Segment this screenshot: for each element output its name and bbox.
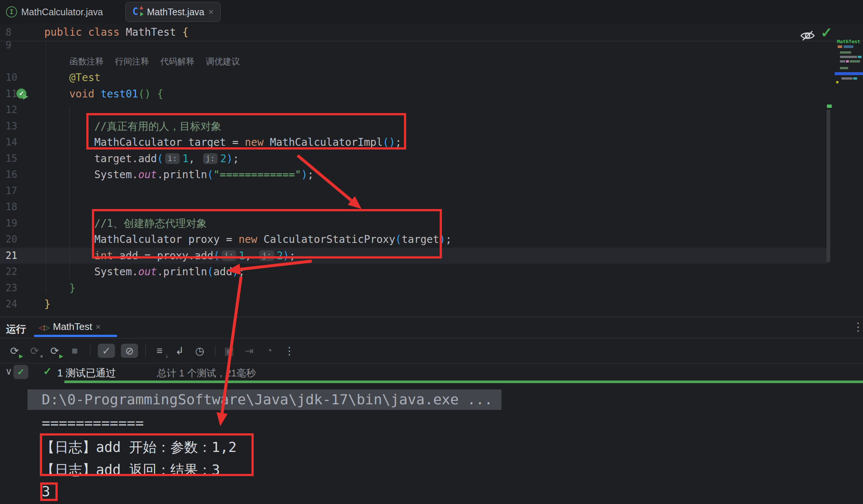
minimap-code-bar <box>844 45 853 48</box>
toolbar-separator <box>145 345 146 356</box>
minimap-code-bar <box>846 60 849 62</box>
console-separator-line: ============ <box>42 414 144 432</box>
run-panel-title: 运行 <box>6 322 26 336</box>
code-line-11[interactable]: 11void test01() { <box>0 86 863 102</box>
show-ignored-toggle[interactable]: ⊘ <box>121 344 138 358</box>
rerun-tests-button[interactable]: ⟳▶ <box>5 343 24 359</box>
chevron-down-icon[interactable]: ∨ <box>5 366 12 377</box>
tab-mathtest-java[interactable]: C MathTest.java × <box>125 2 221 22</box>
line-number: 15 <box>6 151 32 167</box>
minimap-code-bar <box>853 77 857 80</box>
code-line-22[interactable]: 22System.out.println(add); <box>0 264 863 280</box>
scrollbar-change-marker <box>827 105 832 108</box>
editor-scrollbar[interactable] <box>827 109 830 263</box>
stop-button[interactable]: ■ <box>65 343 84 359</box>
export-test-results-button[interactable]: ⇥ <box>240 343 259 359</box>
code-line-18[interactable]: 18 <box>0 199 863 215</box>
sort-by-duration-button[interactable]: ≡↓ <box>150 343 169 359</box>
line-number: 18 <box>6 199 32 215</box>
code-line-13[interactable]: 13//真正有用的人，目标对象 <box>0 118 863 135</box>
minimap-code-bar <box>850 60 860 62</box>
code-editor[interactable]: 9函数注释行间注释代码解释调优建议10@Test11void test01() … <box>0 37 863 312</box>
parameter-hint-chip: i: <box>222 250 236 261</box>
console-log-return-line: 【日志】add 返回：结果：3 <box>41 460 220 480</box>
code-line-10[interactable]: 10@Test <box>0 70 863 86</box>
line-number: 10 <box>6 70 32 86</box>
minimap-code-bar <box>840 60 845 62</box>
tests-summary-label: 总计 1 个测试，21毫秒 <box>157 367 256 380</box>
run-tab-mathtest[interactable]: ◁▷ MathTest × <box>39 321 101 333</box>
inlay-hint-row[interactable]: 函数注释行间注释代码解释调优建议 <box>0 54 863 70</box>
test-root-check-icon[interactable]: ✓ <box>13 365 28 379</box>
rerun-failed-tests-button[interactable]: ⟳● <box>25 343 44 359</box>
code-text: void test01() { <box>69 86 163 102</box>
code-text: } <box>44 296 51 312</box>
tab-label: MathTest.java <box>147 7 204 17</box>
test-status-row: ∨ ✓ ✓ 1 测试已通过 总计 1 个测试，21毫秒 <box>0 363 863 381</box>
code-text: MathCalculator proxy = new CalculatorSta… <box>94 231 452 248</box>
test-class-icon: C <box>132 7 143 17</box>
minimap-code-bar <box>840 67 848 69</box>
minimap-code-bar <box>840 51 851 54</box>
line-number: 19 <box>6 215 32 232</box>
code-line-23[interactable]: 23} <box>0 280 863 296</box>
console-result-line: 3 <box>42 482 50 501</box>
close-icon[interactable]: × <box>208 7 214 16</box>
test-history-button[interactable]: ◷ <box>190 343 209 359</box>
icon-badge: ▶ <box>59 353 63 359</box>
close-icon[interactable]: × <box>96 322 101 331</box>
ide-window: I MathCalculator.java C MathTest.java × … <box>0 0 863 504</box>
parameter-hint-chip: i: <box>165 153 180 164</box>
toolbar-separator <box>215 345 215 356</box>
toggle-auto-test-button[interactable]: ⟳▶ <box>45 343 64 359</box>
minimap-code-bar <box>836 81 838 83</box>
code-line-24[interactable]: 24} <box>0 296 863 312</box>
line-number: 12 <box>6 102 32 118</box>
icon-badge: ● <box>40 353 43 359</box>
line-number: 24 <box>6 296 32 312</box>
tests-passed-label: 1 测试已通过 <box>57 366 116 380</box>
more-options-icon[interactable]: ⋮ <box>853 320 863 333</box>
ai-inlay-hints[interactable]: 函数注释行间注释代码解释调优建议 <box>70 54 251 70</box>
toolbar-separator <box>90 345 90 356</box>
code-text: public class MathTest { <box>44 24 189 41</box>
code-line-19[interactable]: 19//1、创建静态代理对象 <box>0 215 863 232</box>
line-number: 20 <box>6 231 32 248</box>
code-text: System.out.println(add); <box>94 264 245 280</box>
code-text: //真正有用的人，目标对象 <box>94 118 221 135</box>
code-text: System.out.println("============"); <box>94 167 314 183</box>
reader-mode-eye-icon[interactable] <box>800 29 815 44</box>
more-options-button[interactable]: ⋮ <box>280 343 299 359</box>
interface-icon: I <box>6 6 17 17</box>
test-progress-bar <box>64 381 863 383</box>
line-number: 21 <box>6 248 32 264</box>
minimap-code-bar <box>858 56 862 58</box>
test-passed-run-icon[interactable]: ✓ <box>16 89 26 99</box>
no-problems-check-icon[interactable]: ✓ <box>821 25 832 41</box>
code-line-20[interactable]: 20MathCalculator proxy = new CalculatorS… <box>0 231 863 248</box>
minimap-code-bar <box>835 72 863 75</box>
passed-check-icon: ✓ <box>43 365 52 378</box>
icon-badge: ↓ <box>166 353 168 359</box>
collapse-all-button[interactable]: ↲ <box>170 343 189 359</box>
test-toolbar: ⟳▶⟳●⟳▶■✓⊘≡↓↲◷▣⇥◔⋮ <box>5 338 300 363</box>
code-line-16[interactable]: 16System.out.println("============"); <box>0 167 863 183</box>
minimap-code-bar <box>840 56 857 58</box>
line-number: 16 <box>6 167 32 183</box>
code-line-12[interactable]: 12 <box>0 102 863 118</box>
code-line-21[interactable]: 21int add = proxy.add(i:1, j:2); <box>0 248 863 264</box>
screenshot-button[interactable]: ▣ <box>220 343 238 359</box>
coverage-button[interactable]: ◔ <box>260 343 279 359</box>
code-line-17[interactable]: 17 <box>0 183 863 199</box>
console-java-command-line: D:\0-ProgrammingSoftware\Java\jdk-17\bin… <box>42 389 493 410</box>
line-number: 22 <box>6 264 32 280</box>
code-line-14[interactable]: 14MathCalculator target = new MathCalcul… <box>0 134 863 151</box>
tab-mathcalculator-java[interactable]: I MathCalculator.java <box>6 0 103 24</box>
code-text: } <box>69 280 76 296</box>
code-text: target.add(i:1, j:2); <box>94 151 239 167</box>
show-passed-toggle[interactable]: ✓ <box>98 344 115 358</box>
minimap-code-bar <box>841 77 853 80</box>
sticky-class-header-line[interactable]: 8public class MathTest { <box>0 24 863 41</box>
code-line-15[interactable]: 15target.add(i:1, j:2); <box>0 151 863 167</box>
parameter-hint-chip: j: <box>259 250 274 261</box>
